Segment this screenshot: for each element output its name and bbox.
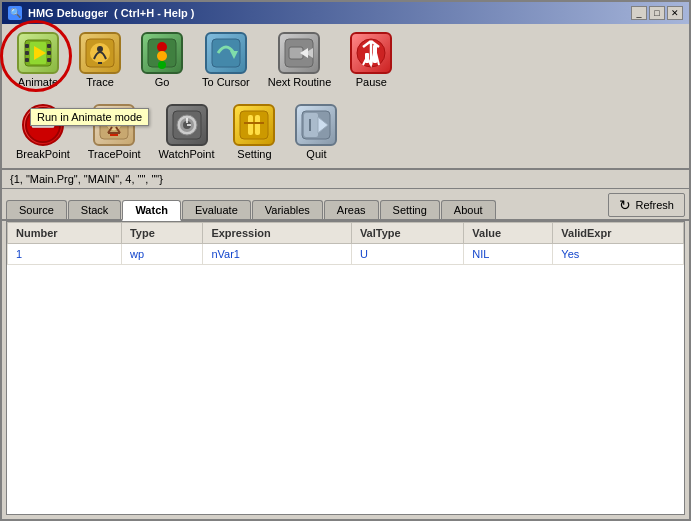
watchpoint-icon — [166, 104, 208, 146]
trace-label: Trace — [86, 76, 114, 88]
col-value: Value — [464, 223, 553, 244]
toolbar: Animate Trace — [2, 24, 689, 170]
svg-rect-3 — [25, 58, 29, 62]
quit-icon — [295, 104, 337, 146]
animate-button[interactable]: Animate — [8, 28, 68, 92]
maximize-button[interactable]: □ — [649, 6, 665, 20]
cell-type: wp — [121, 244, 202, 265]
col-validexpr: ValidExpr — [553, 223, 684, 244]
watchpoint-button[interactable]: WatchPoint — [151, 100, 223, 164]
tab-variables[interactable]: Variables — [252, 200, 323, 219]
watch-table: Number Type Expression ValType Value Val… — [7, 222, 684, 265]
content-area: Number Type Expression ValType Value Val… — [6, 221, 685, 515]
go-label: Go — [155, 76, 170, 88]
pause-icon — [350, 32, 392, 74]
svg-point-15 — [157, 51, 167, 61]
table-header: Number Type Expression ValType Value Val… — [8, 223, 684, 244]
title-bar-left: 🔍 HMG Debugger ( Ctrl+H - Help ) — [8, 6, 194, 20]
table-row[interactable]: 1 wp nVar1 U NIL Yes — [8, 244, 684, 265]
status-bar: {1, "Main.Prg", "MAIN", 4, "", ""} — [2, 170, 689, 189]
quit-button[interactable]: Quit — [286, 100, 346, 164]
cell-valtype: U — [351, 244, 463, 265]
tab-group: Source Stack Watch Evaluate Variables Ar… — [6, 200, 496, 219]
header-row: Number Type Expression ValType Value Val… — [8, 223, 684, 244]
tab-stack[interactable]: Stack — [68, 200, 122, 219]
tabs-area: Source Stack Watch Evaluate Variables Ar… — [2, 189, 689, 519]
svg-rect-4 — [47, 44, 51, 48]
table-body: 1 wp nVar1 U NIL Yes — [8, 244, 684, 265]
animate-label: Animate — [18, 76, 58, 88]
svg-rect-41 — [240, 111, 268, 139]
toolbar-row-2: STOP BreakPoint — [2, 96, 689, 168]
svg-rect-25 — [373, 45, 377, 63]
trace-button[interactable]: Trace — [70, 28, 130, 92]
cell-expression: nVar1 — [203, 244, 351, 265]
tab-evaluate[interactable]: Evaluate — [182, 200, 251, 219]
tab-about[interactable]: About — [441, 200, 496, 219]
setting-label: Setting — [237, 148, 271, 160]
setting-button[interactable]: Setting — [224, 100, 284, 164]
col-valtype: ValType — [351, 223, 463, 244]
tocursor-icon — [205, 32, 247, 74]
tab-watch[interactable]: Watch — [122, 200, 181, 221]
cell-validexpr: Yes — [553, 244, 684, 265]
svg-rect-43 — [255, 115, 260, 135]
main-window: 🔍 HMG Debugger ( Ctrl+H - Help ) _ □ ✕ — [0, 0, 691, 521]
status-text: {1, "Main.Prg", "MAIN", 4, "", ""} — [10, 173, 163, 185]
animate-icon — [17, 32, 59, 74]
close-button[interactable]: ✕ — [667, 6, 683, 20]
tocursor-label: To Cursor — [202, 76, 250, 88]
minimize-button[interactable]: _ — [631, 6, 647, 20]
tab-source[interactable]: Source — [6, 200, 67, 219]
window-title: HMG Debugger — [28, 7, 108, 19]
tab-setting[interactable]: Setting — [380, 200, 440, 219]
go-icon — [141, 32, 183, 74]
tooltip: Run in Animate mode — [30, 108, 149, 126]
svg-point-16 — [158, 61, 166, 69]
trace-icon — [79, 32, 121, 74]
cell-value: NIL — [464, 244, 553, 265]
col-expression: Expression — [203, 223, 351, 244]
nextroutine-button[interactable]: Next Routine — [260, 28, 340, 92]
app-icon: 🔍 — [8, 6, 22, 20]
go-button[interactable]: Go — [132, 28, 192, 92]
svg-point-11 — [97, 46, 103, 52]
svg-rect-6 — [47, 58, 51, 62]
svg-point-14 — [157, 42, 167, 52]
pause-label: Pause — [356, 76, 387, 88]
svg-rect-2 — [25, 51, 29, 55]
svg-rect-42 — [248, 115, 253, 135]
title-bar-controls: _ □ ✕ — [631, 6, 683, 20]
svg-rect-5 — [47, 51, 51, 55]
title-bar: 🔍 HMG Debugger ( Ctrl+H - Help ) _ □ ✕ — [2, 2, 689, 24]
tooltip-text: Run in Animate mode — [37, 111, 142, 123]
breakpoint-label: BreakPoint — [16, 148, 70, 160]
col-number: Number — [8, 223, 122, 244]
toolbar-row-1: Animate Trace — [2, 24, 689, 96]
svg-rect-1 — [25, 44, 29, 48]
col-type: Type — [121, 223, 202, 244]
nextroutine-label: Next Routine — [268, 76, 332, 88]
refresh-button[interactable]: ↻ Refresh — [608, 193, 685, 217]
svg-rect-24 — [365, 53, 369, 63]
tab-row: Source Stack Watch Evaluate Variables Ar… — [2, 189, 689, 221]
pause-button[interactable]: Pause — [341, 28, 401, 92]
refresh-icon: ↻ — [619, 197, 631, 213]
tocursor-button[interactable]: To Cursor — [194, 28, 258, 92]
tab-areas[interactable]: Areas — [324, 200, 379, 219]
cell-number: 1 — [8, 244, 122, 265]
nextroutine-icon — [278, 32, 320, 74]
tracepoint-label: TracePoint — [88, 148, 141, 160]
watchpoint-label: WatchPoint — [159, 148, 215, 160]
quit-label: Quit — [306, 148, 326, 160]
setting-icon — [233, 104, 275, 146]
menu-hint: ( Ctrl+H - Help ) — [114, 7, 194, 19]
refresh-label: Refresh — [635, 199, 674, 211]
